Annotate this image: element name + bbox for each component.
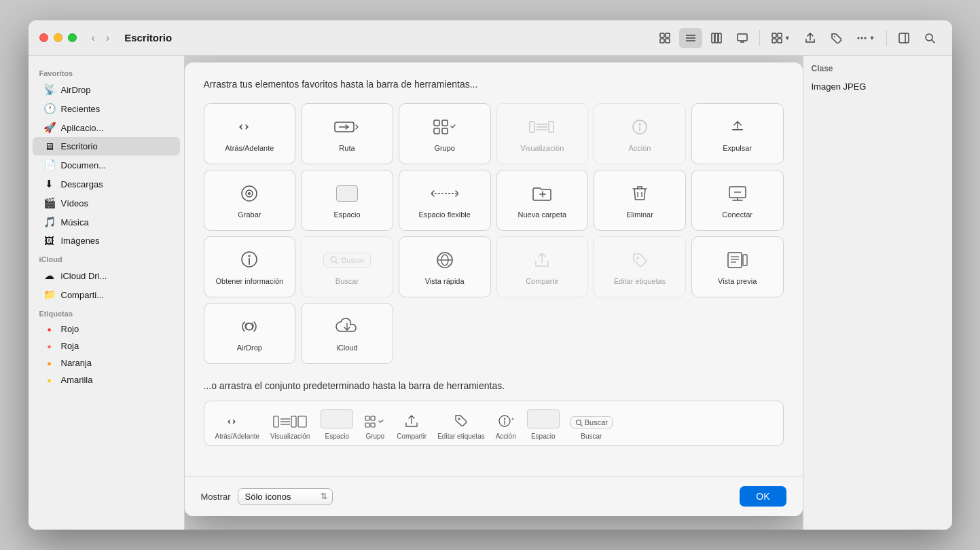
sidebar-item-icloud-drive[interactable]: ☁ iCloud Dri... xyxy=(33,266,180,285)
atras-adelante-icon xyxy=(237,116,261,138)
toolbar-item-conectar[interactable]: Conectar xyxy=(691,170,784,231)
panel-button[interactable] xyxy=(892,28,915,48)
sidebar: Favoritos 📡 AirDrop 🕐 Recientes 🚀 Aplica… xyxy=(29,56,185,530)
sidebar-label-videos: Vídeos xyxy=(61,198,88,208)
sidebar-item-roja[interactable]: ● Roja xyxy=(33,337,180,354)
sidebar-item-amarilla[interactable]: ● Amarilla xyxy=(33,371,180,388)
airdrop-icon: 📡 xyxy=(43,84,56,96)
svg-rect-61 xyxy=(743,255,747,265)
toolbar-item-editar-etiquetas[interactable]: Editar etiquetas xyxy=(594,236,686,297)
more-button[interactable]: ▼ xyxy=(850,28,881,48)
tag-button[interactable] xyxy=(824,28,848,48)
search-button[interactable] xyxy=(918,28,941,48)
svg-rect-3 xyxy=(666,39,670,43)
sidebar-label-musica: Música xyxy=(61,217,89,227)
view-columns-button[interactable] xyxy=(705,28,728,48)
sidebar-item-escritorio[interactable]: 🖥 Escritorio xyxy=(33,137,180,155)
right-panel-item: Imagen JPEG xyxy=(812,79,944,94)
toolbar-item-vista-previa[interactable]: Vista previa xyxy=(691,236,784,297)
shared-icon: 📁 xyxy=(43,289,56,301)
ok-button[interactable]: OK xyxy=(740,486,786,507)
sidebar-item-rojo[interactable]: ● Rojo xyxy=(33,320,180,337)
sidebar-label-recientes: Recientes xyxy=(61,104,101,114)
sidebar-label-airdrop: AirDrop xyxy=(61,85,91,95)
view-gallery-button[interactable] xyxy=(731,28,754,48)
videos-icon: 🎬 xyxy=(43,197,56,209)
svg-point-65 xyxy=(246,323,253,330)
sidebar-item-videos[interactable]: 🎬 Vídeos xyxy=(33,194,180,213)
toolbar-item-airdrop[interactable]: AirDrop xyxy=(204,303,296,364)
sidebar-label-naranja: Naranja xyxy=(61,358,92,368)
toolbar-item-ruta[interactable]: Ruta xyxy=(301,103,393,164)
toolbar-item-nueva-carpeta[interactable]: Nueva carpeta xyxy=(496,170,589,231)
sidebar-item-naranja[interactable]: ● Naranja xyxy=(33,354,180,371)
back-button[interactable]: ‹ xyxy=(88,29,99,47)
ds-item-buscar: Buscar Buscar xyxy=(570,416,613,440)
escritorio-icon: 🖥 xyxy=(43,141,56,152)
sidebar-item-aplicaciones[interactable]: 🚀 Aplicacio... xyxy=(33,118,180,137)
toolbar-item-obtener-info[interactable]: Obtener información xyxy=(204,236,296,297)
sidebar-item-musica[interactable]: 🎵 Música xyxy=(33,213,180,232)
forward-button[interactable]: › xyxy=(102,29,113,47)
group-dropdown-arrow: ▼ xyxy=(784,35,791,41)
atras-adelante-label: Atrás/Adelante xyxy=(225,143,274,153)
sidebar-label-compartidos: Comparti... xyxy=(61,290,105,300)
ds-item-visualizacion: Visualización xyxy=(270,415,310,440)
toolbar-item-visualizacion[interactable]: Visualización xyxy=(496,103,589,164)
svg-rect-1 xyxy=(666,33,670,37)
toolbar-item-compartir[interactable]: Compartir xyxy=(496,236,589,297)
sidebar-item-imagenes[interactable]: 🖼 Imágenes xyxy=(33,232,180,250)
show-select[interactable]: Sólo íconos Íconos y texto Sólo texto xyxy=(238,488,333,505)
show-select-wrapper[interactable]: Sólo íconos Íconos y texto Sólo texto xyxy=(238,488,333,505)
accion-icon xyxy=(630,116,650,138)
toolbar-item-grabar[interactable]: Grabar xyxy=(204,170,296,231)
toolbar-item-espacio[interactable]: Espacio xyxy=(301,170,393,231)
nueva-carpeta-icon xyxy=(531,183,553,204)
list-icon xyxy=(685,32,697,44)
ds-item-compartir: Compartir xyxy=(397,414,427,440)
svg-point-59 xyxy=(636,257,639,259)
sidebar-item-documentos[interactable]: 📄 Documen... xyxy=(33,155,180,175)
share-button[interactable] xyxy=(799,28,822,48)
ds-espacio2-label: Espacio xyxy=(531,433,556,440)
toolbar-item-expulsar[interactable]: Expulsar xyxy=(691,103,784,164)
sidebar-label-escritorio: Escritorio xyxy=(61,141,98,151)
maximize-button[interactable] xyxy=(68,33,77,42)
svg-rect-15 xyxy=(778,39,782,43)
tag-roja-icon: ● xyxy=(43,342,56,350)
toolbar-item-accion[interactable]: Acción xyxy=(594,103,686,164)
svg-rect-66 xyxy=(274,416,278,427)
toolbar-item-vista-rapida[interactable]: Vista rápida xyxy=(399,236,491,297)
svg-rect-71 xyxy=(298,416,306,427)
close-button[interactable] xyxy=(39,33,48,42)
toolbar-item-buscar[interactable]: Buscar Buscar xyxy=(301,236,393,297)
recientes-icon: 🕐 xyxy=(43,103,56,115)
toolbar-item-espacio-flexible[interactable]: Espacio flexible xyxy=(399,170,491,231)
svg-rect-28 xyxy=(434,120,439,126)
grabar-icon xyxy=(239,183,259,204)
main-area: Favoritos 📡 AirDrop 🕐 Recientes 🚀 Aplica… xyxy=(29,56,952,530)
editar-etiquetas-label: Editar etiquetas xyxy=(614,276,666,286)
minimize-button[interactable] xyxy=(54,33,62,42)
ds-compartir-icon xyxy=(404,414,419,428)
sidebar-item-compartidos[interactable]: 📁 Comparti... xyxy=(33,285,180,304)
toolbar-item-grupo[interactable]: Grupo xyxy=(399,103,491,164)
view-grid-button[interactable] xyxy=(653,28,676,48)
sidebar-item-airdrop[interactable]: 📡 AirDrop xyxy=(33,80,180,99)
group-button[interactable]: ▼ xyxy=(765,28,796,48)
ds-grupo-icon xyxy=(364,415,386,428)
toolbar-item-icloud[interactable]: iCloud xyxy=(301,303,393,364)
ds-item-nav: Atrás/Adelante xyxy=(215,415,260,440)
sidebar-item-descargas[interactable]: ⬇ Descargas xyxy=(33,175,180,194)
expulsar-icon xyxy=(728,116,747,138)
view-list-button[interactable] xyxy=(679,28,702,48)
toolbar-item-eliminar[interactable]: Eliminar xyxy=(594,170,686,231)
nueva-carpeta-label: Nueva carpeta xyxy=(518,210,567,219)
default-set-bar[interactable]: Atrás/Adelante xyxy=(204,401,784,446)
sidebar-item-recientes[interactable]: 🕐 Recientes xyxy=(33,99,180,118)
panel-icon xyxy=(898,32,910,44)
sidebar-label-documentos: Documen... xyxy=(61,160,106,170)
ds-buscar-icon: Buscar xyxy=(570,416,613,428)
accion-label: Acción xyxy=(628,143,651,153)
toolbar-item-atras-adelante[interactable]: Atrás/Adelante xyxy=(204,103,296,164)
